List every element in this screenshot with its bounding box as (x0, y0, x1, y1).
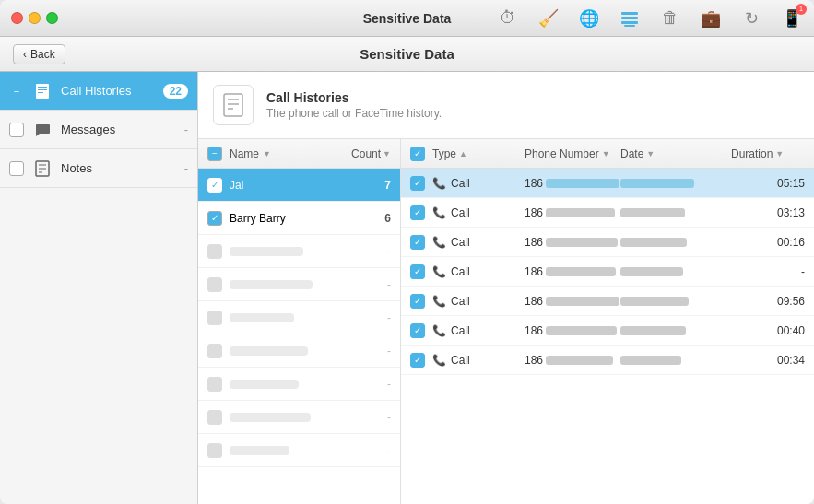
type-sort-icon[interactable]: ▲ (459, 149, 467, 158)
col-phone-header: Phone Number ▼ (525, 147, 620, 160)
clock-icon[interactable]: ⏱ (497, 7, 519, 29)
briefcase-icon[interactable]: 💼 (700, 7, 722, 29)
duration-cell: 00:16 (731, 236, 805, 249)
date-cell (620, 324, 731, 337)
duration-cell: - (731, 265, 805, 278)
type-cell: 📞 Call (432, 177, 525, 190)
blurred-name (230, 280, 313, 289)
col-name-header: Name ▼ (230, 147, 336, 160)
phone-sort-icon[interactable]: ▼ (602, 149, 610, 158)
content-header-icon (213, 85, 254, 125)
col-type-header: Type ▲ (432, 147, 525, 160)
date-sort-icon[interactable]: ▼ (646, 149, 655, 158)
detail-row-7-check[interactable]: ✓ (410, 353, 425, 368)
detail-row[interactable]: ✓ 📞 Call 186 (401, 228, 814, 257)
sidebar-item-call-histories[interactable]: − Call Histories 22 (0, 72, 197, 111)
detail-row[interactable]: ✓ 📞 Call 186 (401, 169, 814, 198)
call-label: Call (451, 206, 470, 219)
barry-checkbox[interactable]: ✓ (207, 211, 222, 226)
call-type-icon: 📞 (432, 177, 446, 190)
date-cell (620, 354, 731, 367)
list-item[interactable]: ✓ Barry Barry 6 (198, 202, 400, 235)
detail-row-4-check[interactable]: ✓ (410, 264, 425, 279)
blurred-name (230, 247, 303, 256)
detail-header-checkbox[interactable]: ✓ (410, 147, 425, 161)
duration-sort-icon[interactable]: ▼ (775, 149, 784, 158)
list-item[interactable]: - (198, 434, 400, 467)
list-header-checkbox[interactable]: − (207, 147, 222, 161)
trash-icon[interactable]: 🗑 (659, 7, 681, 29)
date-blur (620, 238, 687, 247)
list-item[interactable]: - (198, 235, 400, 268)
left-list: − Name ▼ Count ▼ ✓ (198, 139, 401, 504)
detail-row-2-check[interactable]: ✓ (410, 205, 425, 220)
detail-row-3-check[interactable]: ✓ (410, 235, 425, 250)
call-label: Call (451, 354, 470, 367)
list-item[interactable]: - (198, 401, 400, 434)
call-histories-badge: 22 (163, 84, 188, 99)
right-detail: ✓ Type ▲ Phone Number ▼ Date ▼ (401, 139, 814, 504)
back-button[interactable]: ‹ Back (13, 44, 65, 64)
list-item[interactable]: ✓ Jal 7 (198, 169, 400, 202)
date-cell (620, 206, 731, 219)
call-type-icon: 📞 (432, 236, 446, 249)
phone-cell: 186 (525, 324, 620, 337)
file-tray-icon[interactable] (619, 7, 641, 29)
duration-cell: 00:34 (731, 354, 805, 367)
phone-history-icon (31, 80, 53, 102)
detail-row[interactable]: ✓ 📞 Call 186 (401, 346, 814, 375)
maximize-button[interactable] (46, 12, 58, 24)
date-blur (620, 356, 681, 365)
phone-badge-icon[interactable]: 📱1 (781, 7, 803, 29)
list-item[interactable]: - (198, 268, 400, 301)
jal-checkbox[interactable]: ✓ (207, 178, 222, 193)
list-item[interactable]: - (198, 334, 400, 368)
call-histories-label: Call Histories (61, 84, 163, 98)
sidebar-item-notes[interactable]: Notes - (0, 149, 197, 188)
blurred-name (230, 446, 289, 455)
blurred-checkbox (207, 311, 222, 325)
duration-cell: 09:56 (731, 295, 805, 308)
call-label: Call (451, 324, 470, 337)
sidebar-item-messages[interactable]: Messages - (0, 111, 197, 149)
list-header: − Name ▼ Count ▼ (198, 139, 400, 169)
close-button[interactable] (11, 12, 23, 24)
svg-rect-3 (624, 25, 635, 27)
list-item[interactable]: - (198, 368, 400, 401)
type-cell: 📞 Call (432, 236, 525, 249)
toolbar-icons: ⏱ 🧹 🌐 🗑 💼 ↻ 📱1 (497, 7, 803, 29)
detail-row[interactable]: ✓ 📞 Call 186 (401, 198, 814, 228)
type-cell: 📞 Call (432, 265, 525, 278)
minimize-button[interactable] (29, 12, 41, 24)
notes-checkbox[interactable] (9, 161, 24, 176)
count-sort-icon[interactable]: ▼ (383, 149, 391, 158)
phone-cell: 186 (525, 177, 620, 190)
refresh-icon[interactable]: ↻ (740, 7, 762, 29)
detail-row-1-check[interactable]: ✓ (410, 176, 425, 191)
broom-icon[interactable]: 🧹 (537, 7, 560, 29)
duration-cell: 03:13 (731, 206, 805, 219)
phone-cell: 186 (525, 265, 620, 278)
detail-row[interactable]: ✓ 📞 Call 186 (401, 316, 814, 346)
name-sort-icon[interactable]: ▼ (263, 149, 271, 158)
notes-icon (31, 158, 53, 180)
detail-row-6-check[interactable]: ✓ (410, 323, 425, 338)
notes-label: Notes (61, 161, 184, 175)
split-pane: − Name ▼ Count ▼ ✓ (198, 139, 814, 504)
messages-checkbox[interactable] (9, 123, 24, 137)
blurred-name (230, 413, 311, 422)
list-item[interactable]: - (198, 301, 400, 334)
barry-name: Barry Barry (230, 212, 354, 225)
call-histories-checkbox[interactable]: − (9, 84, 24, 99)
blurred-checkbox (207, 377, 222, 392)
blurred-checkbox (207, 443, 222, 458)
date-blur (620, 267, 683, 276)
detail-row-5-check[interactable]: ✓ (410, 294, 425, 309)
globe-icon[interactable]: 🌐 (578, 7, 600, 29)
detail-row[interactable]: ✓ 📞 Call 186 (401, 257, 814, 287)
window-controls (11, 12, 58, 24)
date-cell (620, 236, 731, 249)
detail-row[interactable]: ✓ 📞 Call 186 (401, 287, 814, 316)
col-count-header: Count ▼ (336, 147, 391, 160)
title-bar-title: Sensitive Data (363, 11, 452, 26)
